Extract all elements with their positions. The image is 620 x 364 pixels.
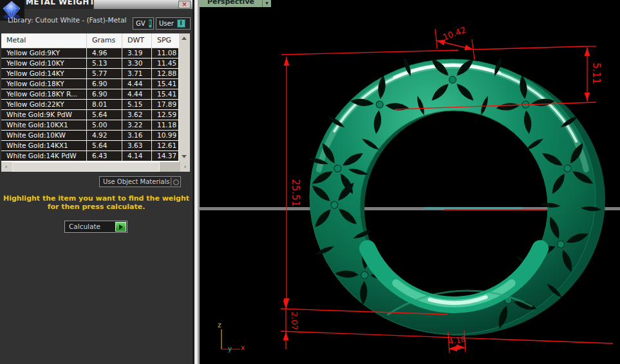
horizontal-scroll-thumb[interactable] bbox=[12, 162, 160, 172]
instruction-text-line1: Highlight the item you want to find the … bbox=[0, 194, 193, 203]
gv-button[interactable]: GV I bbox=[133, 17, 154, 30]
table-row[interactable]: Yellow Gold:18KY R...6.904.4415.41 bbox=[1, 89, 178, 99]
viewport-dropdown-arrow-icon[interactable]: ▼ bbox=[262, 0, 271, 7]
table-row[interactable]: Yellow Gold:14KY5.773.7112.88 bbox=[1, 69, 178, 78]
table-row[interactable]: Yellow Gold:10KY5.133.3011.45 bbox=[1, 59, 178, 68]
gv-toggle[interactable]: I bbox=[149, 19, 152, 28]
table-row[interactable]: Yellow Gold:9KY4.963.1911.08 bbox=[1, 48, 178, 58]
value-cell: 11.45 bbox=[152, 59, 178, 68]
value-cell: 5.64 bbox=[87, 110, 122, 120]
user-toggle[interactable]: I bbox=[177, 19, 185, 28]
value-cell: 3.62 bbox=[122, 110, 152, 120]
radio-circle-icon bbox=[173, 179, 179, 185]
metal-name-cell: Yellow Gold:22KY bbox=[1, 100, 87, 109]
table-header-row: MetalGramsDWTSPG bbox=[1, 33, 178, 48]
value-cell: 14.37 bbox=[152, 151, 178, 161]
metal-name-cell: White Gold:9K PdW bbox=[1, 110, 87, 120]
scroll-right-button[interactable]: › bbox=[180, 162, 190, 172]
metal-name-cell: White Gold:14KX1 bbox=[1, 141, 87, 150]
value-cell: 4.96 bbox=[87, 48, 122, 58]
titlebar-drag-handle[interactable] bbox=[93, 0, 193, 9]
ring-3d-scene[interactable]: 25.512.0710.425.114.18zyx bbox=[200, 0, 620, 364]
table-row[interactable]: White Gold:10KW4.923.1610.99 bbox=[1, 131, 178, 140]
close-button[interactable]: × bbox=[178, 1, 191, 8]
svg-text:4.18: 4.18 bbox=[448, 335, 467, 347]
metal-name-cell: Yellow Gold:9KY bbox=[1, 48, 87, 58]
panel-titlebar[interactable]: METAL WEIGHTS bbox=[0, 0, 193, 9]
value-cell: 12.59 bbox=[152, 110, 178, 120]
value-cell: 11.18 bbox=[152, 120, 178, 130]
value-cell: 15.41 bbox=[152, 89, 178, 99]
panel-divider[interactable] bbox=[193, 0, 200, 364]
value-cell: 6.90 bbox=[87, 89, 122, 99]
value-cell: 12.61 bbox=[152, 141, 178, 150]
calculate-button[interactable]: Calculate bbox=[64, 221, 127, 233]
scroll-left-button[interactable]: ‹ bbox=[1, 162, 11, 172]
user-button[interactable]: User I bbox=[156, 17, 191, 30]
table-row[interactable]: White Gold:10KX15.003.2211.18 bbox=[1, 120, 178, 130]
table-row[interactable]: Yellow Gold:18KY6.904.4415.41 bbox=[1, 79, 178, 89]
column-header-grams[interactable]: Grams bbox=[87, 33, 122, 48]
value-cell: 3.22 bbox=[122, 120, 152, 130]
materials-radio[interactable] bbox=[171, 177, 180, 186]
value-cell: 3.63 bbox=[122, 141, 152, 150]
scroll-down-button[interactable] bbox=[180, 152, 189, 161]
value-cell: 3.19 bbox=[122, 48, 152, 58]
column-header-dwt[interactable]: DWT bbox=[122, 33, 152, 48]
calculate-go-button[interactable] bbox=[115, 222, 126, 232]
gv-button-label: GV bbox=[136, 20, 146, 27]
value-cell: 15.41 bbox=[152, 79, 178, 89]
metal-name-cell: White Gold:14K PdW bbox=[1, 151, 87, 161]
column-header-spg[interactable]: SPG bbox=[152, 33, 178, 48]
value-cell: 6.90 bbox=[87, 79, 122, 89]
metal-weights-table: MetalGramsDWTSPG Yellow Gold:9KY4.963.19… bbox=[1, 33, 190, 162]
metal-name-cell: Yellow Gold:18KY bbox=[1, 79, 87, 89]
table-row[interactable]: White Gold:14K PdW6.434.1414.37 bbox=[1, 151, 178, 161]
column-header-metal[interactable]: Metal bbox=[1, 33, 87, 48]
close-icon: × bbox=[182, 1, 187, 8]
value-cell: 17.89 bbox=[152, 100, 178, 109]
matrix-app-window: METAL WEIGHTS × Library: Cutout White - … bbox=[0, 0, 620, 364]
svg-text:z: z bbox=[218, 321, 221, 329]
user-button-label: User bbox=[159, 20, 174, 27]
svg-text:10.42: 10.42 bbox=[442, 25, 467, 42]
value-cell: 4.44 bbox=[122, 79, 152, 89]
value-cell: 5.00 bbox=[87, 120, 122, 130]
use-object-materials-dropdown[interactable]: Use Object Materials bbox=[99, 176, 181, 187]
metal-name-cell: Yellow Gold:18KY R... bbox=[1, 89, 87, 99]
table-row[interactable]: White Gold:9K PdW5.643.6212.59 bbox=[1, 110, 178, 120]
svg-text:25.51: 25.51 bbox=[290, 179, 301, 207]
instruction-text-line2: for then press calculate. bbox=[0, 203, 193, 211]
value-cell: 4.92 bbox=[87, 131, 122, 140]
value-cell: 3.16 bbox=[122, 131, 152, 140]
metal-name-cell: Yellow Gold:14KY bbox=[1, 69, 87, 78]
value-cell: 8.01 bbox=[87, 100, 122, 109]
viewport-title-tab[interactable]: Perspective ▼ bbox=[200, 0, 271, 7]
table-row[interactable]: White Gold:14KX15.643.6312.61 bbox=[1, 141, 178, 150]
scroll-up-button[interactable] bbox=[180, 34, 189, 44]
table-body: Yellow Gold:9KY4.963.1911.08Yellow Gold:… bbox=[1, 48, 178, 162]
metal-name-cell: White Gold:10KX1 bbox=[1, 120, 87, 130]
svg-text:2.07: 2.07 bbox=[290, 312, 299, 331]
metal-name-cell: Yellow Gold:10KY bbox=[1, 59, 87, 68]
play-arrow-icon bbox=[119, 224, 123, 230]
value-cell: 11.08 bbox=[152, 48, 178, 58]
vertical-scrollbar[interactable] bbox=[178, 33, 190, 162]
value-cell: 4.14 bbox=[122, 151, 152, 161]
horizontal-scrollbar[interactable]: ‹ › bbox=[1, 162, 190, 172]
table-row[interactable]: Yellow Gold:22KY8.015.1517.89 bbox=[1, 100, 178, 109]
library-label: Library: Cutout White - (Fast)-Metal bbox=[8, 16, 127, 24]
metal-weights-panel: METAL WEIGHTS × Library: Cutout White - … bbox=[0, 0, 193, 364]
value-cell: 4.44 bbox=[122, 89, 152, 99]
value-cell: 3.30 bbox=[122, 59, 152, 68]
value-cell: 5.15 bbox=[122, 100, 152, 109]
value-cell: 5.64 bbox=[87, 141, 122, 150]
value-cell: 5.13 bbox=[87, 59, 122, 68]
value-cell: 6.43 bbox=[87, 151, 122, 161]
svg-text:y: y bbox=[228, 345, 232, 353]
viewport-name-label: Perspective bbox=[203, 0, 258, 3]
metal-name-cell: White Gold:10KW bbox=[1, 131, 87, 140]
value-cell: 5.77 bbox=[87, 69, 122, 78]
svg-text:x: x bbox=[241, 343, 245, 352]
perspective-viewport[interactable]: 25.512.0710.425.114.18zyx Perspective ▼ bbox=[200, 0, 620, 364]
